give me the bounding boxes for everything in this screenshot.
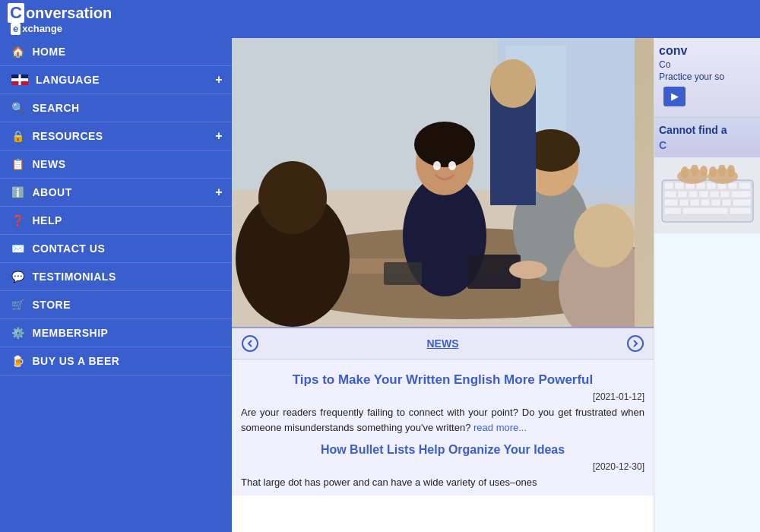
svg-rect-45: [711, 199, 720, 206]
svg-point-7: [258, 161, 327, 234]
news-prev-button[interactable]: [241, 334, 259, 353]
help-icon: ❓: [11, 214, 25, 226]
sidebar-label-help: HELP: [33, 214, 62, 226]
sidebar-item-membership[interactable]: ⚙️ MEMBERSHIP: [0, 319, 232, 347]
sidebar: 🏠 HOME LANGUAGE + 🔍 SEARCH 🔒 RESOURCES +…: [0, 38, 232, 532]
svg-rect-30: [707, 182, 716, 189]
svg-point-23: [242, 336, 258, 351]
news-content: Tips to Make Your Written English More P…: [232, 359, 654, 496]
sidebar-label-testimonials: TESTIMONIALS: [33, 271, 116, 283]
logo-text2: xchange: [22, 24, 62, 34]
right-cta-button[interactable]: ▶: [663, 87, 686, 106]
svg-point-56: [709, 166, 717, 177]
svg-rect-34: [664, 191, 676, 198]
sidebar-item-home[interactable]: 🏠 HOME: [0, 38, 232, 66]
header: C onversation e xchange: [0, 0, 760, 38]
svg-point-10: [414, 122, 475, 167]
search-icon: 🔍: [11, 102, 25, 114]
news-title-link[interactable]: NEWS: [427, 337, 459, 350]
sidebar-item-help[interactable]: ❓ HELP: [0, 207, 232, 235]
cannot-find-cta[interactable]: C: [659, 139, 755, 151]
right-header: conv Co Practice your so ▶: [654, 38, 760, 118]
svg-rect-37: [699, 191, 708, 198]
logo[interactable]: C onversation e xchange: [8, 3, 112, 35]
svg-rect-32: [728, 182, 737, 189]
article2-title: How Bullet Lists Help Organize Your Idea…: [241, 442, 644, 458]
sidebar-label-language: LANGUAGE: [36, 74, 100, 86]
sidebar-item-news[interactable]: 📋 NEWS: [0, 150, 232, 179]
beer-icon: 🍺: [11, 355, 25, 367]
sidebar-label-about: ABOUT: [33, 186, 72, 198]
svg-rect-26: [664, 182, 673, 189]
svg-point-11: [433, 161, 441, 170]
news-header: NEWS: [232, 327, 654, 359]
svg-point-17: [490, 59, 536, 108]
svg-point-53: [681, 166, 689, 179]
svg-rect-36: [689, 191, 698, 198]
svg-point-19: [574, 204, 635, 268]
svg-rect-33: [739, 182, 751, 189]
news-icon: 📋: [11, 158, 25, 170]
sidebar-item-store[interactable]: 🛒 STORE: [0, 291, 232, 319]
news-section: NEWS Tips to Make Your Written English M…: [232, 327, 654, 496]
home-icon: 🏠: [11, 46, 25, 58]
keyboard-svg: [658, 165, 757, 226]
cannot-find-section: Cannot find a C: [654, 118, 760, 157]
about-expand-icon: +: [215, 185, 223, 199]
sidebar-item-buyusbeer[interactable]: 🍺 BUY US A BEER: [0, 347, 232, 375]
middle-column: NEWS Tips to Make Your Written English M…: [232, 38, 654, 532]
read-more-link[interactable]: read more...: [473, 422, 527, 433]
contact-icon: ✉️: [11, 242, 25, 255]
main-layout: 🏠 HOME LANGUAGE + 🔍 SEARCH 🔒 RESOURCES +…: [0, 38, 760, 532]
article2-date: [2020-12-30]: [241, 461, 644, 472]
sidebar-item-testimonials[interactable]: 💬 TESTIMONIALS: [0, 263, 232, 291]
svg-point-58: [727, 165, 735, 177]
svg-rect-46: [722, 199, 731, 206]
resources-expand-icon: +: [215, 129, 223, 143]
sidebar-item-language[interactable]: LANGUAGE +: [0, 66, 232, 94]
news-next-button[interactable]: [626, 334, 644, 353]
svg-rect-40: [731, 191, 751, 198]
content: NEWS Tips to Make Your Written English M…: [232, 38, 760, 532]
sidebar-label-store: STORE: [33, 299, 71, 311]
right-tagline1: Co: [659, 59, 755, 70]
sidebar-item-contact[interactable]: ✉️ CONTACT US: [0, 235, 232, 263]
sidebar-item-resources[interactable]: 🔒 RESOURCES +: [0, 122, 232, 150]
right-column: conv Co Practice your so ▶ Cannot find a…: [654, 38, 760, 532]
hero-image: [232, 38, 654, 327]
language-expand-icon: +: [215, 73, 223, 87]
sidebar-item-about[interactable]: ℹ️ ABOUT +: [0, 179, 232, 207]
svg-rect-35: [678, 191, 687, 198]
right-tagline2: Practice your so: [659, 71, 755, 82]
svg-rect-38: [710, 191, 719, 198]
cannot-find-title: Cannot find a: [659, 124, 755, 136]
keyboard-image-area: [654, 157, 760, 233]
svg-rect-41: [664, 199, 678, 206]
svg-rect-20: [384, 262, 422, 285]
svg-rect-44: [701, 199, 710, 206]
svg-rect-50: [730, 207, 751, 214]
logo-c: C: [8, 3, 24, 23]
membership-icon: ⚙️: [11, 327, 25, 339]
sidebar-label-news: NEWS: [33, 158, 66, 170]
logo-e: e: [11, 23, 21, 35]
logo-text1: onversation: [26, 5, 112, 21]
article1-title: Tips to Make Your Written English More P…: [241, 372, 644, 388]
sidebar-item-search[interactable]: 🔍 SEARCH: [0, 94, 232, 122]
sidebar-label-home: HOME: [33, 46, 66, 58]
svg-rect-42: [679, 199, 689, 206]
svg-rect-27: [675, 182, 684, 189]
sidebar-label-membership: MEMBERSHIP: [33, 327, 109, 339]
svg-rect-47: [733, 199, 751, 206]
article1-body: Are your readers frequently failing to c…: [241, 405, 644, 435]
svg-rect-43: [690, 199, 699, 206]
sidebar-label-contact: CONTACT US: [33, 242, 106, 255]
article1-date: [2021-01-12]: [241, 391, 644, 402]
svg-point-55: [700, 166, 708, 176]
svg-rect-48: [664, 207, 681, 214]
sidebar-label-search: SEARCH: [33, 102, 80, 114]
svg-rect-49: [682, 207, 728, 214]
flag-uk-icon: [11, 74, 28, 85]
article2-body: That large dot has power and can have a …: [241, 475, 644, 490]
svg-point-24: [628, 336, 643, 351]
